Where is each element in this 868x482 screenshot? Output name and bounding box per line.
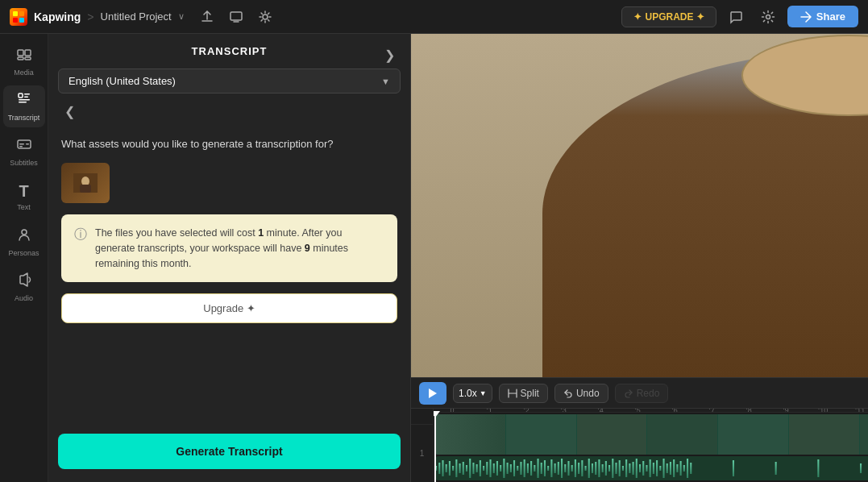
thumb-7 (860, 414, 868, 455)
split-button[interactable]: Split (499, 384, 548, 403)
svg-rect-74 (602, 464, 604, 472)
svg-rect-98 (683, 465, 685, 472)
svg-point-6 (766, 15, 770, 19)
upgrade-label: UPGRADE ✦ (646, 11, 704, 23)
svg-rect-72 (595, 462, 596, 475)
speed-label: 1.0x (459, 388, 477, 399)
upgrade-button[interactable]: ✦ UPGRADE ✦ (621, 6, 716, 27)
ruler-label-spacer (411, 409, 434, 425)
svg-rect-60 (554, 463, 556, 473)
svg-rect-4 (230, 12, 242, 20)
speed-select[interactable]: 1.0x ▼ (453, 384, 492, 403)
transcript-icon (16, 91, 32, 111)
share-button[interactable]: Share (787, 6, 858, 27)
svg-rect-13 (24, 97, 28, 98)
svg-rect-52 (527, 463, 529, 473)
undo-button[interactable]: Undo (554, 384, 608, 403)
settings-button[interactable] (755, 4, 781, 30)
svg-rect-94 (670, 462, 671, 475)
svg-rect-99 (687, 459, 688, 478)
svg-rect-39 (483, 466, 484, 471)
upgrade-cost-button[interactable]: Upgrade ✦ (61, 293, 397, 323)
personas-icon (16, 226, 32, 247)
sidebar-item-text[interactable]: T Text (3, 176, 45, 218)
play-button[interactable] (419, 382, 446, 405)
svg-rect-34 (466, 465, 467, 472)
svg-rect-75 (605, 461, 607, 476)
svg-rect-12 (24, 93, 30, 95)
thumb-3 (577, 414, 648, 455)
svg-rect-86 (642, 461, 644, 476)
video-track[interactable] (435, 414, 868, 455)
transcript-label: Transcript (8, 114, 40, 122)
generate-section: Generate Transcript (48, 427, 410, 482)
theme-button[interactable] (252, 4, 278, 30)
svg-rect-55 (537, 459, 538, 478)
personas-label: Personas (8, 249, 39, 257)
svg-rect-53 (530, 461, 532, 476)
monitor-button[interactable] (223, 4, 249, 30)
upload-button[interactable] (194, 4, 220, 30)
text-label: Text (17, 203, 31, 211)
svg-rect-92 (662, 459, 664, 478)
svg-rect-97 (680, 461, 682, 476)
left-sidebar: Media Transcript Subtitles T Text Person… (0, 34, 48, 482)
svg-rect-46 (507, 463, 509, 474)
transcript-back-button[interactable]: ❮ (58, 100, 81, 123)
svg-rect-102 (775, 462, 777, 475)
audio-icon (16, 272, 32, 292)
svg-rect-38 (480, 460, 481, 476)
svg-rect-70 (588, 459, 590, 478)
language-select[interactable]: English (United States) ▼ (58, 69, 401, 93)
generate-transcript-button[interactable]: Generate Transcript (58, 434, 401, 469)
svg-rect-58 (547, 466, 549, 471)
project-chevron[interactable]: ∨ (178, 11, 185, 22)
svg-rect-40 (486, 462, 488, 475)
transcript-close-button[interactable]: ❯ (378, 44, 401, 66)
comment-button[interactable] (723, 4, 749, 30)
svg-rect-51 (524, 459, 525, 477)
video-container: 100% ▼ (411, 34, 868, 377)
svg-rect-101 (733, 460, 734, 476)
video-track-thumbnails (435, 414, 868, 455)
thumb-4 (647, 414, 718, 455)
svg-rect-66 (575, 459, 576, 477)
svg-rect-35 (469, 459, 471, 478)
svg-rect-23 (80, 185, 91, 193)
thumbnail-preview (61, 163, 110, 203)
svg-rect-62 (561, 459, 563, 478)
svg-rect-18 (19, 146, 23, 148)
svg-rect-78 (615, 463, 617, 474)
video-preview (411, 34, 868, 377)
svg-rect-95 (673, 459, 675, 477)
svg-rect-81 (625, 459, 627, 477)
sidebar-item-media[interactable]: Media (3, 40, 45, 82)
thumb-5 (718, 414, 789, 455)
language-chevron: ▼ (381, 77, 390, 86)
svg-rect-0 (13, 11, 18, 16)
sidebar-item-subtitles[interactable]: Subtitles (3, 131, 45, 172)
upgrade-cost-label: Upgrade ✦ (203, 302, 255, 314)
project-name[interactable]: Untitled Project (101, 10, 172, 23)
cost-info-text: The files you have selected will cost 1 … (95, 226, 384, 271)
svg-rect-32 (459, 463, 461, 473)
sidebar-item-transcript[interactable]: Transcript (3, 85, 45, 127)
sidebar-item-personas[interactable]: Personas (3, 221, 45, 263)
video-thumbnail[interactable] (61, 163, 110, 203)
sidebar-item-audio[interactable]: Audio (3, 266, 45, 308)
svg-rect-68 (581, 460, 583, 476)
svg-rect-2 (13, 18, 18, 23)
playhead[interactable] (434, 413, 436, 482)
svg-rect-63 (564, 464, 566, 472)
redo-button[interactable]: Redo (615, 384, 669, 403)
svg-rect-89 (653, 463, 654, 474)
track-label-1: 1 (411, 425, 434, 482)
timeline-area: 1.0x ▼ Split Undo Redo 0:00.000 (411, 377, 868, 482)
svg-rect-100 (690, 463, 691, 474)
svg-rect-1 (19, 11, 24, 16)
svg-rect-19 (26, 143, 29, 145)
video-area: 100% ▼ (411, 34, 868, 482)
svg-rect-14 (19, 99, 30, 101)
svg-rect-69 (585, 466, 587, 471)
svg-rect-87 (646, 465, 647, 472)
